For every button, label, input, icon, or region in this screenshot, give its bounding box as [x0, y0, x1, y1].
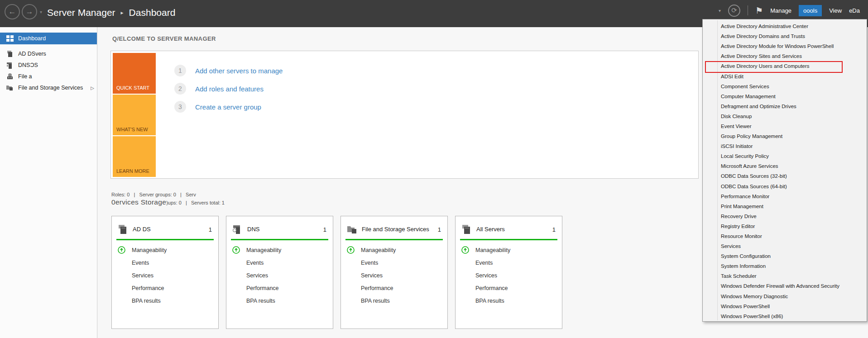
tools-menu-item[interactable]: Windows PowerShell: [703, 301, 867, 311]
roles-summary: Roles: 0 | Server groups: 0 | Serv 0ervi…: [111, 192, 225, 206]
sidebar-item-label: Dashboard: [18, 35, 46, 42]
card-row-bpa-results[interactable]: BPA results: [112, 295, 218, 307]
notifications-dropdown-icon[interactable]: ▾: [719, 8, 721, 13]
sidebar-item-ad-ds[interactable]: AD DSvers: [0, 48, 97, 59]
card-row-performance[interactable]: Performance: [226, 282, 333, 295]
tools-menu-item[interactable]: Active Directory Sites and Services: [703, 51, 867, 61]
manageability-up-icon: [347, 246, 355, 254]
card-row-events[interactable]: Events: [226, 257, 333, 269]
sidebar-item-file[interactable]: File a: [0, 71, 97, 82]
tools-menu-item[interactable]: Recovery Drive: [703, 211, 867, 221]
tools-menu-item[interactable]: Microsoft Azure Services: [703, 161, 867, 171]
card-row-manageability[interactable]: Manageability: [112, 244, 218, 257]
status-rule: [345, 239, 443, 240]
tools-menu-item[interactable]: Windows Defender Firewall with Advanced …: [703, 281, 867, 291]
add-roles-features-link[interactable]: Add roles and features: [195, 85, 264, 93]
card-row-services[interactable]: Services: [226, 269, 333, 282]
sidebar-item-dashboard[interactable]: Dashboard: [0, 33, 97, 44]
tools-menu-item[interactable]: iSCSI Initiator: [703, 141, 867, 151]
card-row-events[interactable]: Events: [112, 257, 218, 269]
card-row-bpa-results[interactable]: BPA results: [341, 295, 447, 307]
card-row-performance[interactable]: Performance: [112, 282, 218, 295]
help-menu-button[interactable]: eDa: [849, 7, 860, 14]
card-row-services[interactable]: Services: [341, 269, 447, 282]
roles-summary-line1: Roles: 0 | Server groups: 0 | Serv: [111, 192, 225, 197]
server-icon: [118, 224, 128, 234]
create-server-group-link[interactable]: Create a server group: [195, 103, 261, 111]
sidebar-item-dns[interactable]: DNSƆS: [0, 60, 97, 71]
card-row-manageability[interactable]: Manageability: [226, 244, 333, 257]
manageability-up-icon: [232, 246, 240, 254]
card-row-events[interactable]: Events: [456, 257, 562, 269]
sidebar-item-file-and-storage-services[interactable]: File and Storage Services ▷: [0, 82, 97, 93]
tools-menu-item[interactable]: Component Services: [703, 81, 867, 91]
card-row-label: Manageability: [475, 247, 510, 253]
tools-menu-item[interactable]: Windows Memory Diagnostic: [703, 291, 867, 301]
quick-start-steps: 1 Add other servers to manage 2 Add role…: [174, 65, 283, 113]
tools-menu-item[interactable]: Local Security Policy: [703, 151, 867, 161]
tools-menu-item[interactable]: Active Directory Module for Windows Powe…: [703, 41, 867, 51]
role-card-ad-ds: AD DS 1 Manageability Events Services Pe…: [111, 216, 219, 329]
quick-start-label: QUICK START: [116, 85, 149, 90]
tools-menu-item[interactable]: System Configuration: [703, 251, 867, 261]
tools-menu-item[interactable]: Active Directory Administrative Center: [703, 21, 867, 31]
nav-dropdown-icon[interactable]: ▾: [40, 10, 42, 14]
tools-menu-item[interactable]: Print Management: [703, 201, 867, 211]
tools-menu-item[interactable]: Event Viewer: [703, 121, 867, 131]
refresh-icon[interactable]: ⟳: [728, 5, 740, 17]
card-row-services[interactable]: Services: [456, 269, 562, 282]
view-menu-button[interactable]: View: [829, 7, 842, 14]
tools-menu-item[interactable]: Active Directory Domains and Trusts: [703, 31, 867, 41]
chevron-right-icon[interactable]: ▷: [91, 86, 94, 90]
card-title: File and Storage Services: [362, 226, 433, 233]
tools-menu-item[interactable]: Task Scheduler: [703, 271, 867, 281]
learn-more-tab[interactable]: LEARN MORE: [113, 136, 156, 177]
sidebar-item-label: DNSƆS: [18, 62, 38, 68]
role-card-file-storage: File and Storage Services 1 Manageabilit…: [340, 216, 448, 329]
tools-menu-item[interactable]: Group Policy Management: [703, 131, 867, 141]
tools-menu-item-active-directory-users-and-computers[interactable]: Active Directory Users and Computers: [703, 61, 867, 71]
card-count: 1: [323, 226, 326, 233]
card-row-label: Services: [132, 272, 153, 279]
notifications-flag-icon[interactable]: ⚑: [755, 5, 763, 16]
whats-new-tab[interactable]: WHAT'S NEW: [113, 95, 156, 135]
dns-server-icon: [6, 62, 14, 69]
card-row-manageability[interactable]: Manageability: [456, 244, 562, 257]
tools-menu-item[interactable]: Services: [703, 241, 867, 251]
card-row-services[interactable]: Services: [112, 269, 218, 282]
card-row-performance[interactable]: Performance: [341, 282, 447, 295]
card-row-manageability[interactable]: Manageability: [341, 244, 447, 257]
tools-menu-item[interactable]: Computer Management: [703, 91, 867, 101]
tools-menu-item[interactable]: Disk Cleanup: [703, 111, 867, 121]
breadcrumb: Server Manager ▸ Dashboard: [47, 0, 175, 25]
card-row-label: Events: [361, 260, 378, 266]
status-rule: [460, 239, 557, 240]
tools-menu-item[interactable]: Defragment and Optimize Drives: [703, 101, 867, 111]
tools-menu-item[interactable]: Performance Monitor: [703, 191, 867, 201]
card-row-label: Manageability: [361, 247, 396, 253]
card-row-events[interactable]: Events: [341, 257, 447, 269]
app-title: Server Manager: [47, 7, 115, 18]
forward-icon[interactable]: →: [22, 4, 37, 19]
tools-menu-item[interactable]: ODBC Data Sources (64-bit): [703, 181, 867, 191]
step-create-group: 3 Create a server group: [174, 101, 283, 113]
tools-menu-item[interactable]: System Information: [703, 261, 867, 271]
card-title: All Servers: [476, 226, 548, 233]
tools-menu-button[interactable]: oools: [799, 5, 822, 16]
card-row-performance[interactable]: Performance: [456, 282, 562, 295]
tools-menu-item[interactable]: Registry Editor: [703, 221, 867, 231]
manage-menu-button[interactable]: Manage: [770, 7, 791, 14]
card-count: 1: [552, 226, 556, 233]
card-row-label: Manageability: [132, 247, 167, 253]
card-count: 1: [209, 226, 212, 233]
quick-start-tab[interactable]: QUICK START: [113, 53, 156, 94]
tools-menu-item[interactable]: ODBC Data Sources (32-bit): [703, 171, 867, 181]
add-other-servers-link[interactable]: Add other servers to manage: [195, 67, 283, 75]
back-icon[interactable]: ←: [5, 4, 20, 19]
tools-menu-item[interactable]: ADSI Edit: [703, 71, 867, 81]
card-row-bpa-results[interactable]: BPA results: [456, 295, 562, 307]
card-row-bpa-results[interactable]: BPA results: [226, 295, 333, 307]
tools-menu-item[interactable]: Resource Monitor: [703, 231, 867, 241]
step-number-badge: 2: [174, 83, 186, 95]
tools-menu-item[interactable]: Windows PowerShell (x86): [703, 311, 867, 321]
